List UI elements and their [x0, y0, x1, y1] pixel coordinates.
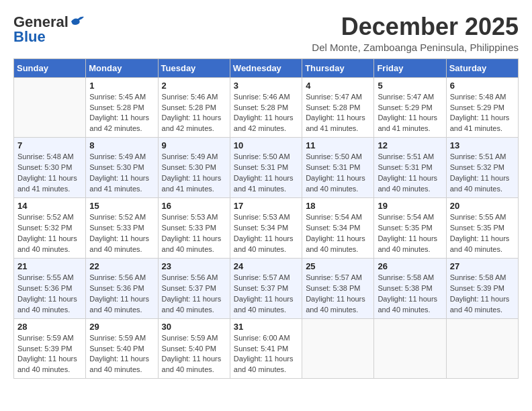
day-info: Sunrise: 5:56 AM Sunset: 5:36 PM Dayligh… — [89, 273, 154, 316]
logo-bird-icon — [70, 15, 85, 27]
table-row: 22Sunrise: 5:56 AM Sunset: 5:36 PM Dayli… — [86, 258, 158, 318]
day-number: 13 — [450, 140, 515, 150]
table-row: 7Sunrise: 5:48 AM Sunset: 5:30 PM Daylig… — [14, 138, 86, 198]
col-saturday: Saturday — [446, 58, 518, 77]
table-row: 30Sunrise: 5:59 AM Sunset: 5:40 PM Dayli… — [158, 318, 230, 379]
table-row: 27Sunrise: 5:58 AM Sunset: 5:39 PM Dayli… — [446, 258, 518, 318]
table-row: 4Sunrise: 5:47 AM Sunset: 5:28 PM Daylig… — [302, 77, 374, 138]
day-info: Sunrise: 5:59 AM Sunset: 5:40 PM Dayligh… — [89, 333, 154, 376]
day-info: Sunrise: 5:56 AM Sunset: 5:37 PM Dayligh… — [162, 273, 226, 316]
day-info: Sunrise: 5:46 AM Sunset: 5:28 PM Dayligh… — [162, 92, 226, 135]
day-number: 8 — [89, 140, 154, 150]
table-row: 2Sunrise: 5:46 AM Sunset: 5:28 PM Daylig… — [158, 77, 230, 138]
calendar-week-row: 7Sunrise: 5:48 AM Sunset: 5:30 PM Daylig… — [14, 138, 519, 198]
table-row — [446, 318, 518, 379]
day-number: 28 — [17, 322, 82, 332]
day-info: Sunrise: 5:58 AM Sunset: 5:38 PM Dayligh… — [378, 273, 442, 316]
location: Del Monte, Zamboanga Peninsula, Philippi… — [312, 42, 519, 53]
table-row: 19Sunrise: 5:54 AM Sunset: 5:35 PM Dayli… — [374, 198, 446, 259]
day-number: 6 — [450, 81, 515, 91]
table-row: 23Sunrise: 5:56 AM Sunset: 5:37 PM Dayli… — [158, 258, 230, 318]
day-info: Sunrise: 5:48 AM Sunset: 5:30 PM Dayligh… — [17, 152, 82, 195]
day-number: 5 — [378, 81, 442, 91]
table-row: 9Sunrise: 5:49 AM Sunset: 5:30 PM Daylig… — [158, 138, 230, 198]
day-info: Sunrise: 5:49 AM Sunset: 5:30 PM Dayligh… — [89, 152, 154, 195]
table-row: 8Sunrise: 5:49 AM Sunset: 5:30 PM Daylig… — [86, 138, 158, 198]
title-block: December 2025 Del Monte, Zamboanga Penin… — [312, 13, 519, 53]
col-monday: Monday — [86, 58, 158, 77]
page-header: General Blue December 2025 Del Monte, Za… — [13, 13, 519, 53]
day-info: Sunrise: 5:53 AM Sunset: 5:33 PM Dayligh… — [162, 212, 226, 255]
day-number: 9 — [162, 140, 226, 150]
day-number: 27 — [450, 261, 515, 271]
logo: General Blue — [13, 13, 85, 46]
day-info: Sunrise: 5:46 AM Sunset: 5:28 PM Dayligh… — [234, 92, 298, 135]
day-number: 1 — [89, 81, 154, 91]
table-row: 18Sunrise: 5:54 AM Sunset: 5:34 PM Dayli… — [302, 198, 374, 259]
table-row: 12Sunrise: 5:51 AM Sunset: 5:31 PM Dayli… — [374, 138, 446, 198]
day-number: 31 — [234, 322, 298, 332]
table-row: 14Sunrise: 5:52 AM Sunset: 5:32 PM Dayli… — [14, 198, 86, 259]
day-number: 18 — [306, 201, 370, 211]
day-number: 24 — [234, 261, 298, 271]
day-info: Sunrise: 5:54 AM Sunset: 5:34 PM Dayligh… — [306, 212, 370, 255]
day-info: Sunrise: 5:55 AM Sunset: 5:35 PM Dayligh… — [450, 212, 515, 255]
day-number: 17 — [234, 201, 298, 211]
day-number: 7 — [17, 140, 82, 150]
table-row: 20Sunrise: 5:55 AM Sunset: 5:35 PM Dayli… — [446, 198, 518, 259]
calendar-table: Sunday Monday Tuesday Wednesday Thursday… — [13, 58, 519, 379]
calendar-header-row: Sunday Monday Tuesday Wednesday Thursday… — [14, 58, 519, 77]
calendar-week-row: 1Sunrise: 5:45 AM Sunset: 5:28 PM Daylig… — [14, 77, 519, 138]
day-info: Sunrise: 5:51 AM Sunset: 5:31 PM Dayligh… — [378, 152, 442, 195]
day-number: 4 — [306, 81, 370, 91]
day-info: Sunrise: 5:53 AM Sunset: 5:34 PM Dayligh… — [234, 212, 298, 255]
col-friday: Friday — [374, 58, 446, 77]
table-row: 24Sunrise: 5:57 AM Sunset: 5:37 PM Dayli… — [230, 258, 302, 318]
calendar-week-row: 21Sunrise: 5:55 AM Sunset: 5:36 PM Dayli… — [14, 258, 519, 318]
calendar-week-row: 14Sunrise: 5:52 AM Sunset: 5:32 PM Dayli… — [14, 198, 519, 259]
day-info: Sunrise: 6:00 AM Sunset: 5:41 PM Dayligh… — [234, 333, 298, 376]
day-info: Sunrise: 5:58 AM Sunset: 5:39 PM Dayligh… — [450, 273, 515, 316]
day-number: 11 — [306, 140, 370, 150]
table-row: 3Sunrise: 5:46 AM Sunset: 5:28 PM Daylig… — [230, 77, 302, 138]
day-number: 29 — [89, 322, 154, 332]
day-info: Sunrise: 5:54 AM Sunset: 5:35 PM Dayligh… — [378, 212, 442, 255]
day-number: 20 — [450, 201, 515, 211]
day-info: Sunrise: 5:52 AM Sunset: 5:32 PM Dayligh… — [17, 212, 82, 255]
table-row — [374, 318, 446, 379]
day-info: Sunrise: 5:55 AM Sunset: 5:36 PM Dayligh… — [17, 273, 82, 316]
day-number: 12 — [378, 140, 442, 150]
day-number: 16 — [162, 201, 226, 211]
col-tuesday: Tuesday — [158, 58, 230, 77]
day-info: Sunrise: 5:47 AM Sunset: 5:29 PM Dayligh… — [378, 92, 442, 135]
table-row: 17Sunrise: 5:53 AM Sunset: 5:34 PM Dayli… — [230, 198, 302, 259]
day-number: 15 — [89, 201, 154, 211]
col-sunday: Sunday — [14, 58, 86, 77]
day-number: 26 — [378, 261, 442, 271]
day-info: Sunrise: 5:57 AM Sunset: 5:37 PM Dayligh… — [234, 273, 298, 316]
table-row: 29Sunrise: 5:59 AM Sunset: 5:40 PM Dayli… — [86, 318, 158, 379]
day-number: 30 — [162, 322, 226, 332]
day-number: 3 — [234, 81, 298, 91]
table-row — [302, 318, 374, 379]
table-row: 25Sunrise: 5:57 AM Sunset: 5:38 PM Dayli… — [302, 258, 374, 318]
month-title: December 2025 — [312, 13, 519, 40]
day-info: Sunrise: 5:49 AM Sunset: 5:30 PM Dayligh… — [162, 152, 226, 195]
day-number: 2 — [162, 81, 226, 91]
day-number: 10 — [234, 140, 298, 150]
table-row — [14, 77, 86, 138]
table-row: 5Sunrise: 5:47 AM Sunset: 5:29 PM Daylig… — [374, 77, 446, 138]
logo-blue: Blue — [13, 28, 46, 46]
day-info: Sunrise: 5:59 AM Sunset: 5:39 PM Dayligh… — [17, 333, 82, 376]
table-row: 13Sunrise: 5:51 AM Sunset: 5:32 PM Dayli… — [446, 138, 518, 198]
table-row: 1Sunrise: 5:45 AM Sunset: 5:28 PM Daylig… — [86, 77, 158, 138]
day-number: 23 — [162, 261, 226, 271]
table-row: 11Sunrise: 5:50 AM Sunset: 5:31 PM Dayli… — [302, 138, 374, 198]
col-thursday: Thursday — [302, 58, 374, 77]
day-number: 14 — [17, 201, 82, 211]
table-row: 10Sunrise: 5:50 AM Sunset: 5:31 PM Dayli… — [230, 138, 302, 198]
day-number: 19 — [378, 201, 442, 211]
calendar-week-row: 28Sunrise: 5:59 AM Sunset: 5:39 PM Dayli… — [14, 318, 519, 379]
day-info: Sunrise: 5:50 AM Sunset: 5:31 PM Dayligh… — [306, 152, 370, 195]
day-info: Sunrise: 5:57 AM Sunset: 5:38 PM Dayligh… — [306, 273, 370, 316]
